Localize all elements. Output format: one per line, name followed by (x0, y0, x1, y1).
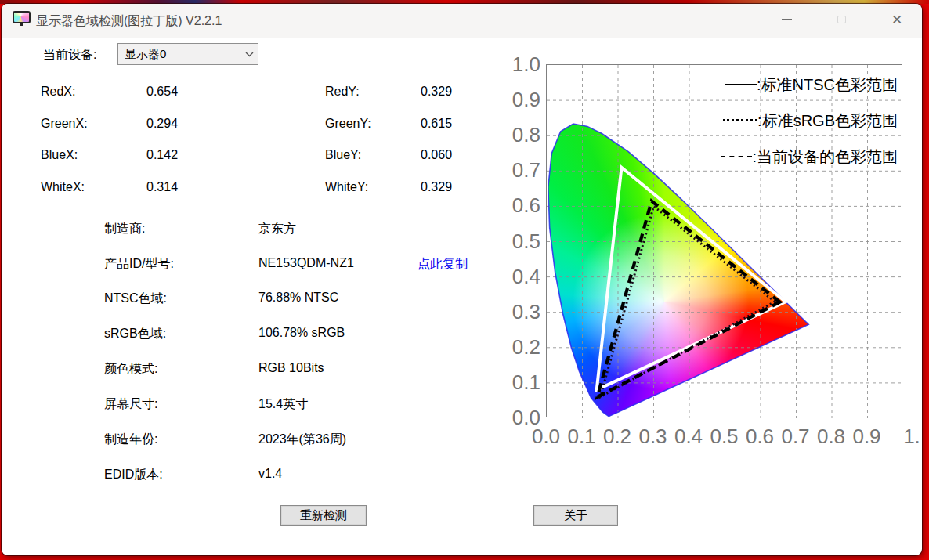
screen-size-label: 屏幕尺寸: (104, 396, 157, 413)
x-tick-label: 0.9 (844, 424, 891, 449)
edid-version-label: EDID版本: (104, 467, 163, 483)
list-item: 颜色模式: RGB 10Bits (2, 361, 519, 378)
chevron-down-icon (240, 52, 258, 57)
bluey-label: BlueY: (325, 148, 361, 162)
list-item: 产品ID/型号: NE153QDM-NZ1 点此复制 (2, 256, 519, 273)
dashed-line-icon (721, 156, 752, 157)
device-triangle (598, 201, 780, 397)
list-item: 制造年份: 2023年(第36周) (2, 432, 519, 449)
legend-label: :标准sRGB色彩范围 (757, 110, 898, 132)
legend-label: :标准NTSC色彩范围 (757, 74, 898, 96)
maximize-button[interactable] (823, 7, 859, 32)
ntsc-gamut-value: 76.88% NTSC (258, 291, 338, 305)
greeny-label: GreenY: (325, 117, 371, 131)
minimize-button[interactable] (768, 7, 804, 32)
list-item: EDID版本: v1.4 (2, 467, 519, 484)
whitex-value: 0.314 (146, 180, 178, 194)
device-label: 当前设备: (43, 47, 96, 63)
redx-label: RedX: (41, 85, 75, 99)
table-row: BlueX: 0.142 BlueY: 0.060 (2, 148, 519, 165)
product-id-label: 产品ID/型号: (104, 256, 174, 273)
x-tick-label: 1. (888, 424, 922, 449)
edid-version-value: v1.4 (258, 467, 282, 481)
redy-value: 0.329 (421, 85, 452, 99)
list-item: 制造商: 京东方 (2, 221, 519, 238)
close-icon: ✕ (891, 13, 902, 27)
x-tick-label: 0.5 (701, 424, 748, 449)
legend-row-ntsc: :标准NTSC色彩范围 (721, 74, 898, 96)
about-button[interactable]: 关于 (533, 505, 618, 526)
x-tick-label: 0.2 (594, 424, 641, 449)
table-row: GreenX: 0.294 GreenY: 0.615 (2, 117, 519, 134)
redetect-button[interactable]: 重新检测 (280, 505, 367, 526)
redy-label: RedY: (325, 85, 360, 99)
close-button[interactable]: ✕ (879, 7, 915, 32)
manufacture-year-value: 2023年(第36周) (258, 432, 346, 448)
redx-value: 0.654 (146, 85, 178, 99)
app-window: 显示器色域检测(图拉丁版) V2.2.1 ✕ 当前设备: 显示器0 RedX: … (2, 4, 922, 555)
titlebar: 显示器色域检测(图拉丁版) V2.2.1 ✕ (2, 4, 922, 38)
list-item: 屏幕尺寸: 15.4英寸 (2, 396, 519, 414)
solid-line-icon (725, 84, 757, 85)
bluey-value: 0.060 (421, 148, 452, 162)
ntsc-gamut-label: NTSC色域: (104, 291, 167, 307)
list-item: sRGB色域: 106.78% sRGB (2, 326, 519, 343)
maximize-icon (837, 16, 846, 23)
x-tick-label: 0.8 (808, 424, 855, 449)
manufacture-year-label: 制造年份: (104, 432, 157, 448)
window-title: 显示器色域检测(图拉丁版) V2.2.1 (36, 13, 222, 30)
manufacturer-value: 京东方 (258, 221, 296, 237)
product-id-value: NE153QDM-NZ1 (258, 256, 354, 270)
srgb-gamut-value: 106.78% sRGB (258, 326, 345, 340)
color-mode-label: 颜色模式: (104, 361, 157, 378)
legend-row-device: :当前设备的色彩范围 (721, 146, 898, 168)
screen-size-value: 15.4英寸 (258, 396, 308, 413)
legend-label: :当前设备的色彩范围 (752, 146, 898, 168)
legend-row-srgb: :标准sRGB色彩范围 (721, 110, 898, 132)
whitex-label: WhiteX: (41, 180, 85, 194)
greenx-value: 0.294 (146, 117, 178, 131)
minimize-icon (782, 19, 792, 20)
list-item: NTSC色域: 76.88% NTSC (2, 291, 519, 308)
x-tick-label: 0.6 (736, 424, 783, 449)
manufacturer-label: 制造商: (104, 221, 145, 237)
srgb-gamut-label: sRGB色域: (104, 326, 166, 342)
greeny-value: 0.615 (421, 117, 452, 131)
table-row: WhiteX: 0.314 WhiteY: 0.329 (2, 180, 519, 197)
bluex-label: BlueX: (41, 148, 78, 162)
chart-legend: :标准NTSC色彩范围 :标准sRGB色彩范围 :当前设备的色彩范围 (721, 74, 898, 168)
x-tick-label: 0.3 (630, 424, 677, 449)
color-mode-value: RGB 10Bits (258, 361, 324, 375)
table-row: RedX: 0.654 RedY: 0.329 (2, 85, 519, 102)
copy-link[interactable]: 点此复制 (418, 256, 468, 273)
x-tick-label: 0.7 (772, 424, 819, 449)
dotted-line-icon (723, 119, 757, 121)
x-tick-label: 0.0 (522, 424, 569, 449)
y-tick-label: 1.0 (492, 52, 540, 77)
x-tick-label: 0.1 (558, 424, 605, 449)
device-select[interactable]: 显示器0 (117, 43, 258, 65)
greenx-label: GreenX: (41, 117, 88, 131)
chromaticity-chart: :标准NTSC色彩范围 :标准sRGB色彩范围 :当前设备的色彩范围 (546, 64, 902, 417)
bluex-value: 0.142 (146, 148, 178, 162)
device-select-value: 显示器0 (118, 47, 240, 62)
whitey-value: 0.329 (421, 180, 452, 194)
whitey-label: WhiteY: (325, 180, 368, 194)
srgb-triangle (600, 206, 775, 397)
x-tick-label: 0.4 (665, 424, 712, 449)
app-monitor-gamut-icon (13, 11, 31, 27)
ntsc-triangle (597, 168, 786, 390)
